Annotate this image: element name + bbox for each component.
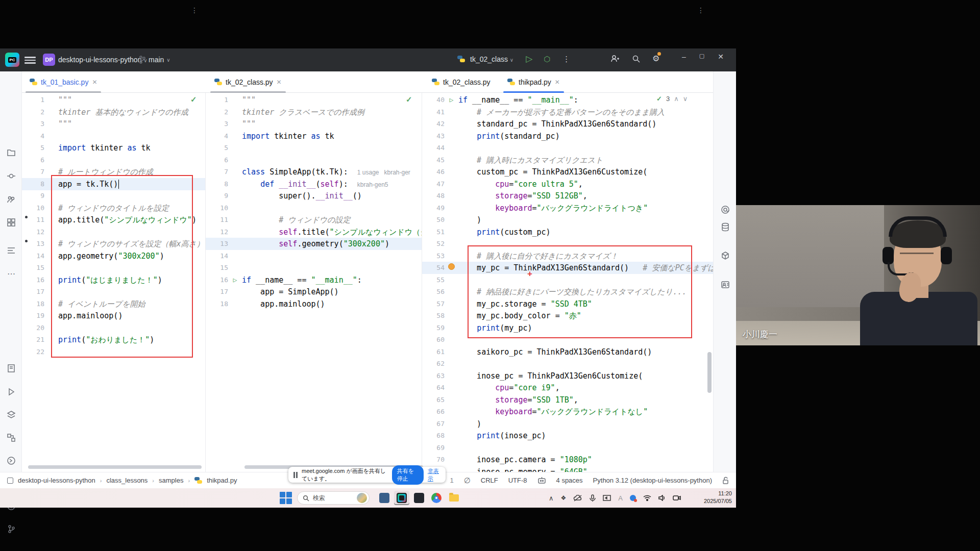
notebook-tool-icon[interactable]	[5, 362, 18, 375]
prev-problem-icon[interactable]: ∧	[674, 95, 679, 103]
line-number[interactable]: 43	[422, 130, 445, 142]
line-number[interactable]: 14	[206, 250, 228, 262]
line-number[interactable]: 16	[22, 274, 44, 286]
line-number[interactable]: 68	[422, 430, 445, 442]
code-line[interactable]: 42 standard_pc = ThinkPadX13Gen6Standard…	[422, 118, 713, 130]
code-line[interactable]: 3"""	[22, 118, 205, 130]
line-number[interactable]: 52	[422, 238, 445, 250]
line-number[interactable]: 67	[422, 418, 445, 430]
breadcrumb-item[interactable]: samples	[159, 477, 183, 484]
indent-widget[interactable]: 4 spaces	[556, 477, 583, 484]
taskbar-search[interactable]: 検索	[297, 491, 370, 505]
code-line[interactable]: 2tkinter 基本的なウィンドウの作成	[22, 106, 205, 118]
wifi-icon[interactable]	[643, 495, 651, 501]
line-number[interactable]: 16	[206, 274, 228, 286]
line-number[interactable]: 7	[206, 166, 228, 178]
line-number[interactable]: 63	[422, 370, 445, 382]
code-line[interactable]: 6	[22, 154, 205, 166]
camera-tray-icon[interactable]	[673, 495, 681, 501]
code-line[interactable]: 64 cpu="core i9",	[422, 382, 713, 394]
close-tab-icon[interactable]: ✕	[277, 79, 282, 86]
line-number[interactable]: 42	[422, 118, 445, 130]
line-number[interactable]: 50	[422, 214, 445, 226]
line-number[interactable]: 1	[22, 94, 44, 106]
code-line[interactable]: 15	[206, 262, 422, 274]
line-number[interactable]: 17	[206, 286, 228, 298]
inspections-widget[interactable]: ✓ 3 ∧ ∨	[656, 95, 688, 103]
line-number[interactable]: 69	[422, 442, 445, 454]
line-number[interactable]: 55	[422, 274, 445, 286]
gutter-marker[interactable]	[25, 240, 28, 242]
code-line[interactable]: 1"""	[22, 94, 205, 106]
line-number[interactable]: 57	[422, 298, 445, 310]
code-line[interactable]: 45 # 購入時にカスタマイズリクエスト	[422, 154, 713, 166]
line-number[interactable]: 53	[422, 250, 445, 262]
code-line[interactable]: 44	[422, 142, 713, 154]
code-line[interactable]: 61 saikoro_pc = ThinkPadX13Gen6Standard(…	[422, 346, 713, 358]
vertical-scrollbar[interactable]	[707, 352, 712, 393]
taskbar-app-photos[interactable]	[377, 491, 392, 505]
line-number[interactable]: 49	[422, 202, 445, 214]
encoding-widget[interactable]: UTF-8	[508, 477, 527, 484]
highlight-level-icon[interactable]: ∅	[464, 476, 471, 485]
stop-sharing-button[interactable]: 共有を停止	[392, 465, 424, 485]
line-number[interactable]: 8	[22, 178, 44, 190]
code-line[interactable]: 6	[206, 154, 422, 166]
line-number[interactable]: 19	[22, 310, 44, 322]
project-badge[interactable]: DP	[43, 54, 55, 66]
code-line[interactable]: 4import tkinter as tk	[206, 130, 422, 142]
search-icon[interactable]	[632, 55, 640, 63]
branch-selector[interactable]: main ∨	[139, 56, 170, 64]
line-number[interactable]: 51	[422, 226, 445, 238]
tab-tk_02_class-pane2[interactable]: tk_02_class.py ✕	[210, 71, 286, 92]
code-line[interactable]: 8 def __init__(self): kbrah-gen5	[206, 178, 422, 190]
minimize-button[interactable]: –	[682, 53, 686, 61]
line-number[interactable]: 5	[22, 142, 44, 154]
line-number[interactable]: 15	[22, 262, 44, 274]
hide-bar-link[interactable]: 非表示	[428, 467, 440, 483]
inspections-ok-icon[interactable]: ✓	[406, 95, 412, 104]
line-number[interactable]: 17	[22, 286, 44, 298]
line-number[interactable]: 4	[22, 130, 44, 142]
line-number[interactable]: 20	[22, 322, 44, 334]
line-number[interactable]: 14	[22, 250, 44, 262]
close-tab-icon[interactable]: ✕	[92, 79, 97, 86]
line-number[interactable]: 59	[422, 322, 445, 334]
code-line[interactable]: 9 super().__init__()	[206, 190, 422, 202]
code-line[interactable]: 48 storage="SSD 512GB",	[422, 190, 713, 202]
dropbox-icon[interactable]: ❖	[561, 494, 567, 502]
line-number[interactable]: 4	[206, 130, 228, 142]
code-line[interactable]: 17 app = SimpleApp()	[206, 286, 422, 298]
code-line[interactable]: 5import tkinter as tk	[22, 142, 205, 154]
run-line-icon[interactable]: ▷	[445, 94, 458, 106]
code-line[interactable]: 5	[206, 142, 422, 154]
next-problem-icon[interactable]: ∨	[683, 95, 688, 103]
code-line[interactable]: 13 self.geometry("300x200")	[206, 238, 422, 250]
line-number[interactable]: 41	[422, 106, 445, 118]
taskbar-app-pycharm[interactable]	[394, 491, 409, 505]
line-separator-widget[interactable]: CRLF	[481, 477, 498, 484]
taskbar-app-explorer[interactable]	[446, 491, 461, 505]
run-button[interactable]: ▷	[526, 54, 532, 64]
onedrive-icon[interactable]	[573, 495, 582, 502]
line-number[interactable]: 10	[22, 202, 44, 214]
breadcrumb-item[interactable]: class_lessons	[106, 477, 148, 484]
breadcrumb-item[interactable]: thikpad.py	[207, 477, 237, 484]
line-number[interactable]: 3	[22, 118, 44, 130]
line-number[interactable]: 9	[22, 190, 44, 202]
debug-button[interactable]: ⬡	[544, 55, 550, 64]
breadcrumb[interactable]: desktop-ui-lessons-python › class_lesson…	[7, 477, 237, 484]
interpreter-widget[interactable]: Python 3.12 (desktop-ui-lessons-python)	[593, 477, 712, 484]
code-line[interactable]: 51 print(custom_pc)	[422, 226, 713, 238]
code-line[interactable]: 41 # メーカーが提示する定番パターンのをそのまま購入	[422, 106, 713, 118]
code-line[interactable]: 10	[206, 202, 422, 214]
microphone-icon[interactable]	[590, 494, 596, 502]
code-line[interactable]: 11 # ウィンドウの設定	[206, 214, 422, 226]
code-line[interactable]: 49 keyboard="バックグラウンドライトつき"	[422, 202, 713, 214]
tab-options-icon[interactable]: ⋮	[697, 6, 704, 14]
line-number[interactable]: 22	[22, 346, 44, 358]
code-line[interactable]: 1"""	[206, 94, 422, 106]
more-run-options-icon[interactable]: ⋮	[562, 55, 570, 64]
python-packages-tool-icon[interactable]	[5, 408, 18, 421]
speaker-icon[interactable]	[658, 495, 666, 501]
